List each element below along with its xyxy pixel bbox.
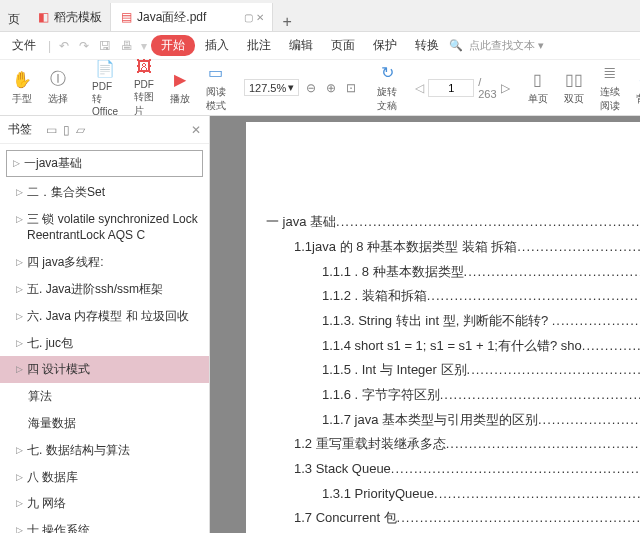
menu-page[interactable]: 页面 [323, 34, 363, 57]
tab-pdf[interactable]: ▤ Java面经.pdf ▢ ✕ [111, 3, 273, 31]
bookmark-label: 七. juc包 [27, 335, 73, 352]
bookmark-item[interactable]: ▷四 java多线程: [0, 249, 209, 276]
bookmark-item[interactable]: 算法 [0, 383, 209, 410]
cont-icon: ≣ [600, 63, 620, 83]
bookmark-item[interactable]: ▷六. Java 内存模型 和 垃圾回收 [0, 303, 209, 330]
chevron-right-icon: ▷ [16, 524, 23, 533]
toc-line: 1.1.7 java 基本类型与引用类型的区别 [322, 408, 640, 433]
rotate-icon: ↻ [377, 63, 397, 83]
bookmark-icon[interactable]: ▭ [46, 123, 57, 137]
bookmark-item[interactable]: 海量数据 [0, 410, 209, 437]
page-input[interactable] [428, 79, 474, 97]
pdf-page: 目录 一 java 基础1.1java 的 8 种基本数据类型 装箱 拆箱1.1… [246, 122, 640, 533]
bookmark-list: ▷一java基础▷二．集合类Set▷三 锁 volatile synchroni… [0, 144, 209, 533]
bookmark-label: 四 java多线程: [27, 254, 104, 271]
tool-rotate[interactable]: ↻旋转文稿 [371, 61, 403, 115]
bookmark-label: 一java基础 [24, 155, 82, 172]
chevron-right-icon: ▷ [13, 157, 20, 170]
menu-file[interactable]: 文件 [4, 34, 44, 57]
tab-label: 稻壳模板 [54, 9, 102, 26]
search-hint[interactable]: 点此查找文本 ▾ [469, 38, 544, 53]
tool-double[interactable]: ▯▯双页 [558, 68, 590, 108]
toc-line: 1.2 重写重载封装继承多态 [294, 432, 640, 457]
bookmark-opt-icon[interactable]: ▱ [76, 123, 85, 137]
page-total: / 263 [478, 76, 496, 100]
chevron-right-icon: ▷ [16, 213, 23, 226]
tool-pdf2office[interactable]: 📄PDF转Office [86, 57, 124, 119]
search-icon[interactable]: 🔍 [449, 39, 463, 52]
bookmark-sidebar: 书签 ▭ ▯ ▱ ✕ ▷一java基础▷二．集合类Set▷三 锁 volatil… [0, 116, 210, 533]
redo-icon[interactable]: ↷ [75, 39, 93, 53]
bookmark-label: 四 设计模式 [27, 361, 90, 378]
tab-close-icon[interactable]: ▢ ✕ [244, 12, 264, 23]
bookmark-item[interactable]: ▷一java基础 [6, 150, 203, 177]
bookmark-add-icon[interactable]: ▯ [63, 123, 70, 137]
chevron-right-icon: ▷ [16, 471, 23, 484]
bookmark-item[interactable]: ▷三 锁 volatile synchronized Lock Reentran… [0, 206, 209, 250]
toc-line: 1.1.2 . 装箱和拆箱 [322, 284, 640, 309]
menu-convert[interactable]: 转换 [407, 34, 447, 57]
toolbar: ✋手型 Ⓘ选择 📄PDF转Office 🖼PDF转图片 ▶播放 ▭阅读模式 12… [0, 60, 640, 116]
tool-readmode[interactable]: ▭阅读模式 [200, 61, 232, 115]
tool-cont[interactable]: ≣连续阅读 [594, 61, 626, 115]
tab-add-button[interactable]: + [273, 13, 301, 31]
zoom-out-icon[interactable]: ⊖ [303, 81, 319, 95]
tab-template[interactable]: ◧ 稻壳模板 [28, 3, 111, 31]
page-next-icon[interactable]: ▷ [501, 81, 510, 95]
menu-comment[interactable]: 批注 [239, 34, 279, 57]
tool-pdf2pic[interactable]: 🖼PDF转图片 [128, 55, 160, 120]
print-icon[interactable]: 🖶 [117, 39, 137, 53]
tool-bg[interactable]: ◐背景 [630, 68, 640, 108]
menu-edit[interactable]: 编辑 [281, 34, 321, 57]
menu-protect[interactable]: 保护 [365, 34, 405, 57]
toc-line: 1.7 Concurrent 包 [294, 506, 640, 531]
page-menu[interactable]: 页 [0, 8, 28, 31]
toc-line: 1.1.4 short s1 = 1; s1 = s1 + 1;有什么错? sh… [322, 334, 640, 359]
chevron-right-icon: ▷ [16, 283, 23, 296]
tool-select[interactable]: Ⓘ选择 [42, 68, 74, 108]
bookmark-item[interactable]: ▷七. juc包 [0, 330, 209, 357]
zoom-in-icon[interactable]: ⊕ [323, 81, 339, 95]
bookmark-item[interactable]: ▷十 操作系统 [0, 517, 209, 533]
chevron-right-icon: ▷ [16, 363, 23, 376]
sidebar-close-icon[interactable]: ✕ [191, 123, 201, 137]
bookmark-label: 五. Java进阶ssh/ssm框架 [27, 281, 163, 298]
toc-line: 1.1java 的 8 种基本数据类型 装箱 拆箱 [294, 235, 640, 260]
undo-icon[interactable]: ↶ [55, 39, 73, 53]
bookmark-item[interactable]: ▷八 数据库 [0, 464, 209, 491]
page-prev-icon[interactable]: ◁ [415, 81, 424, 95]
sidebar-title: 书签 [8, 121, 32, 138]
tool-hand[interactable]: ✋手型 [6, 68, 38, 108]
toc-line: 一 java 基础 [266, 210, 640, 235]
toc-line: 1.1.6 . 字节字符区别 [322, 383, 640, 408]
toc-line: 1.1.1 . 8 种基本数据类型 [322, 260, 640, 285]
bookmark-item[interactable]: ▷二．集合类Set [0, 179, 209, 206]
bookmark-label: 海量数据 [28, 415, 76, 432]
fit-icon[interactable]: ⊡ [343, 81, 359, 95]
bookmark-label: 九 网络 [27, 495, 66, 512]
single-icon: ▯ [528, 70, 548, 90]
bookmark-item[interactable]: ▷七. 数据结构与算法 [0, 437, 209, 464]
menu-insert[interactable]: 插入 [197, 34, 237, 57]
bookmark-item[interactable]: ▷五. Java进阶ssh/ssm框架 [0, 276, 209, 303]
tool-single[interactable]: ▯单页 [522, 68, 554, 108]
toc-line: 1.3 Stack Queue [294, 457, 640, 482]
bookmark-label: 八 数据库 [27, 469, 78, 486]
bookmark-item[interactable]: ▷九 网络 [0, 490, 209, 517]
save-icon[interactable]: 🖫 [95, 39, 115, 53]
toc-line: 1.1.3. String 转出 int 型, 判断能不能转? [322, 309, 640, 334]
document-viewport[interactable]: 目录 一 java 基础1.1java 的 8 种基本数据类型 装箱 拆箱1.1… [210, 116, 640, 533]
chevron-right-icon: ▷ [16, 256, 23, 269]
zoom-box[interactable]: 127.5% ▾ [244, 79, 299, 96]
tool-play[interactable]: ▶播放 [164, 68, 196, 108]
pdf2pic-icon: 🖼 [134, 57, 154, 77]
bookmark-item[interactable]: ▷四 设计模式 [0, 356, 209, 383]
tab-label: Java面经.pdf [137, 9, 206, 26]
menu-start[interactable]: 开始 [151, 35, 195, 56]
tab-bar: 页 ◧ 稻壳模板 ▤ Java面经.pdf ▢ ✕ + [0, 0, 640, 32]
template-icon: ◧ [36, 10, 50, 24]
bookmark-label: 十 操作系统 [27, 522, 90, 533]
bg-icon: ◐ [636, 70, 640, 90]
bookmark-label: 六. Java 内存模型 和 垃圾回收 [27, 308, 189, 325]
chevron-right-icon: ▷ [16, 444, 23, 457]
